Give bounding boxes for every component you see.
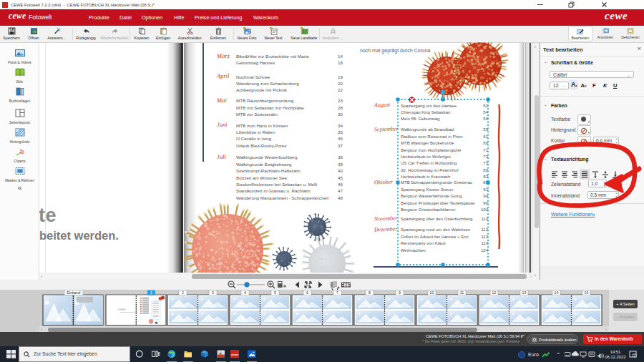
svg-text:10: 10: [430, 290, 434, 295]
svg-text:3: 3: [212, 290, 214, 295]
svg-text:4: 4: [244, 290, 246, 295]
svg-text:14: 14: [555, 290, 559, 295]
svg-text:9: 9: [399, 290, 401, 295]
svg-text:7: 7: [336, 290, 338, 295]
svg-text:12: 12: [492, 290, 497, 295]
svg-text:2: 2: [182, 290, 184, 295]
svg-text:6: 6: [306, 290, 308, 295]
svg-text:13: 13: [522, 290, 527, 295]
svg-text:15: 15: [585, 290, 589, 295]
svg-text:5: 5: [274, 290, 276, 295]
svg-text:cewe: cewe: [231, 353, 239, 356]
svg-text:Einband: Einband: [67, 290, 80, 295]
svg-text:SCHEHN: SCHEHN: [118, 308, 126, 311]
svg-text:11: 11: [460, 290, 464, 295]
svg-text:8: 8: [369, 290, 371, 295]
svg-text:1: 1: [150, 290, 152, 295]
